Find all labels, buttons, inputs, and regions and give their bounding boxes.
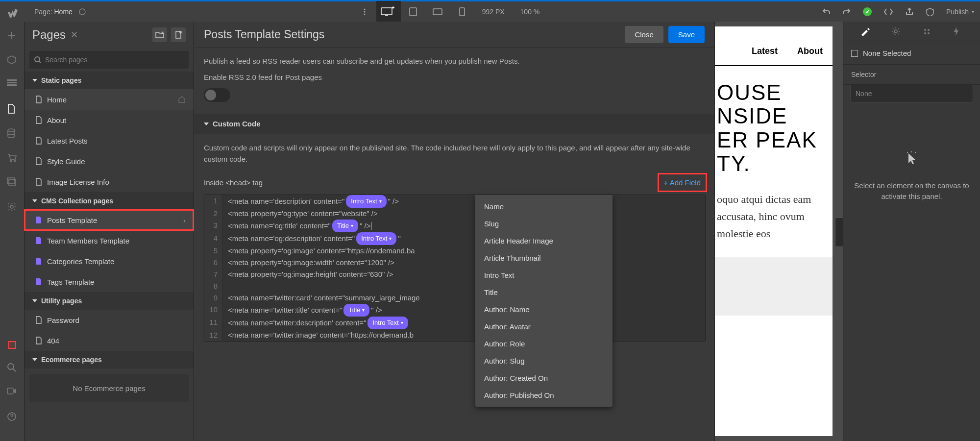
field-option-article-header-image[interactable]: Article Header Image: [475, 232, 612, 249]
field-option-article-thumbnail[interactable]: Article Thumbnail: [475, 249, 612, 267]
ecommerce-empty-state: No Ecommerce pages: [29, 374, 189, 402]
page-name[interactable]: Home: [54, 8, 72, 16]
svg-point-3: [364, 13, 365, 15]
help-icon[interactable]: [7, 412, 18, 422]
head-code-editor[interactable]: 1<meta name='description' content="Intro…: [203, 195, 706, 342]
publish-button[interactable]: Publish ▾: [946, 8, 974, 16]
svg-point-14: [911, 151, 912, 152]
pages-panel: Pages ✕ + + Search pages Static pages Ho…: [24, 22, 194, 441]
page-icon: [35, 96, 42, 103]
field-pill-intro-text[interactable]: Intro Text: [356, 232, 396, 245]
page-item-posts-template[interactable]: Posts Template›: [24, 210, 194, 230]
video-icon[interactable]: [7, 387, 18, 398]
page-icon: [35, 337, 42, 344]
refresh-icon[interactable]: [78, 8, 86, 16]
field-pill-title[interactable]: Title: [343, 304, 369, 317]
page-item-tags-template[interactable]: Tags Template: [24, 271, 194, 292]
field-option-intro-text[interactable]: Intro Text: [475, 267, 612, 284]
save-button[interactable]: Save: [668, 26, 705, 43]
page-icon: [35, 157, 42, 165]
new-folder-button[interactable]: +: [152, 27, 167, 42]
page-item-latest-posts[interactable]: Latest Posts: [24, 130, 194, 151]
svg-point-30: [35, 57, 40, 62]
cms-icon[interactable]: [7, 128, 18, 139]
canvas-paragraph: oquo atqui dictas eam accusata, hinc ovu…: [715, 176, 833, 257]
field-option-author-slug[interactable]: Author: Slug: [475, 352, 612, 369]
svg-rect-7: [460, 8, 465, 16]
more-vertical-icon[interactable]: [361, 8, 368, 16]
page-item-password[interactable]: Password: [24, 310, 194, 330]
chevron-down-icon: [32, 299, 37, 302]
style-panel-placeholder-text: Select an element on the canvas to activ…: [853, 180, 970, 202]
add-field-button[interactable]: + Add Field: [660, 175, 705, 190]
project-settings-icon[interactable]: [7, 202, 18, 213]
canvas-width: 992 PX: [474, 8, 513, 16]
new-page-button[interactable]: +: [171, 27, 186, 42]
field-option-author-published-on[interactable]: Author: Published On: [475, 387, 612, 404]
page-icon: [35, 316, 42, 324]
audit-icon[interactable]: [926, 7, 934, 16]
nav-latest[interactable]: Latest: [752, 46, 778, 56]
audit-icon[interactable]: [8, 341, 16, 349]
components-icon[interactable]: [7, 55, 18, 66]
search-icon[interactable]: [7, 363, 18, 373]
field-pill-intro-text[interactable]: Intro Text: [346, 195, 386, 208]
status-ok-icon[interactable]: [863, 7, 872, 16]
phone-landscape-breakpoint-button[interactable]: [425, 1, 450, 23]
field-pill-intro-text[interactable]: Intro Text: [368, 317, 408, 329]
field-option-author-created-on[interactable]: Author: Created On: [475, 369, 612, 387]
field-option-title[interactable]: Title: [475, 284, 612, 301]
close-button[interactable]: Close: [625, 26, 663, 43]
webflow-logo-icon[interactable]: [7, 7, 18, 18]
assets-icon[interactable]: [7, 177, 18, 188]
undo-icon[interactable]: [822, 7, 831, 16]
canvas-content[interactable]: LatestAbout OUSE NSIDE ER PEAK TY. oquo …: [715, 26, 833, 436]
close-panel-icon[interactable]: ✕: [71, 29, 78, 40]
svg-rect-5: [410, 8, 416, 16]
utility-pages-section[interactable]: Utility pages: [24, 292, 194, 310]
page-item-404[interactable]: 404: [24, 330, 194, 351]
page-item-style-guide[interactable]: Style Guide: [24, 151, 194, 172]
field-option-slug[interactable]: Slug: [475, 215, 612, 232]
field-option-author-role[interactable]: Author: Role: [475, 335, 612, 352]
desktop-breakpoint-button[interactable]: ✦: [376, 1, 401, 23]
code-icon[interactable]: [883, 8, 893, 16]
export-icon[interactable]: [905, 7, 914, 16]
cms-pages-section[interactable]: CMS Collection pages: [24, 192, 194, 210]
ecommerce-pages-section[interactable]: Ecommerce pages: [24, 351, 194, 368]
search-pages-input[interactable]: Search pages: [29, 51, 189, 69]
selector-label: Selector: [843, 65, 980, 85]
nav-about[interactable]: About: [797, 46, 823, 56]
style-tab-icon[interactable]: [860, 26, 871, 37]
page-item-image-license[interactable]: Image License Info: [24, 172, 194, 192]
page-item-home[interactable]: Home: [24, 89, 194, 110]
field-option-author-avatar[interactable]: Author: Avatar: [475, 318, 612, 335]
add-element-icon[interactable]: [7, 30, 18, 41]
tablet-breakpoint-button[interactable]: [401, 1, 425, 23]
svg-rect-23: [7, 178, 14, 184]
page-item-about[interactable]: About: [24, 110, 194, 130]
navigator-icon[interactable]: [7, 79, 18, 90]
phone-breakpoint-button[interactable]: [450, 1, 474, 23]
rss-toggle[interactable]: [204, 88, 230, 102]
svg-point-20: [10, 161, 11, 162]
cms-page-icon: [35, 237, 42, 245]
interactions-tab-icon[interactable]: [953, 26, 963, 37]
redo-icon[interactable]: [842, 7, 851, 16]
settings-tab-icon[interactable]: [891, 26, 902, 37]
field-option-name[interactable]: Name: [475, 198, 612, 215]
page-item-categories-template[interactable]: Categories Template: [24, 251, 194, 271]
page-item-team-template[interactable]: Team Members Template: [24, 230, 194, 251]
field-option-author-name[interactable]: Author: Name: [475, 301, 612, 318]
style-manager-tab-icon[interactable]: [922, 26, 932, 37]
field-pill-title[interactable]: Title: [332, 220, 358, 232]
canvas-zoom: 100 %: [513, 8, 548, 16]
svg-point-21: [14, 161, 15, 162]
selector-input[interactable]: None: [850, 85, 973, 102]
pages-icon[interactable]: [7, 104, 18, 115]
canvas-resize-handle[interactable]: [835, 218, 843, 247]
static-pages-section[interactable]: Static pages: [24, 72, 194, 89]
custom-code-section-header[interactable]: Custom Code: [194, 114, 714, 134]
ecommerce-icon[interactable]: [7, 153, 18, 164]
svg-text:+: +: [179, 31, 182, 35]
